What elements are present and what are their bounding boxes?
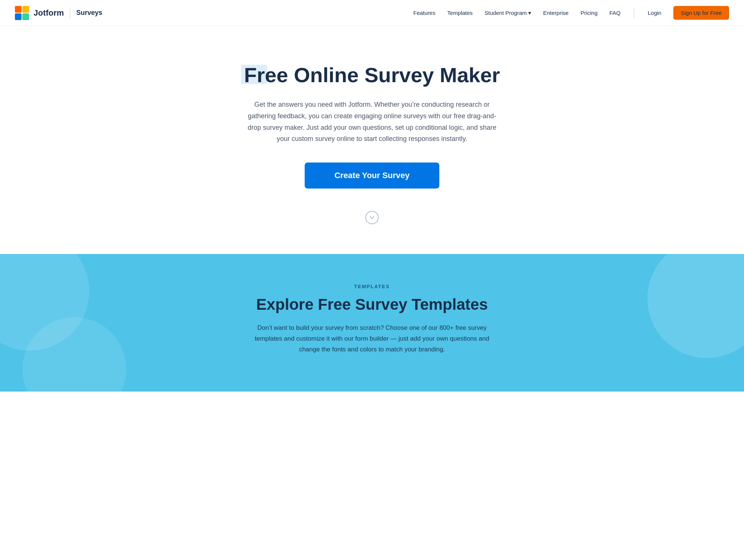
nav-links: Features Templates Student Program ▾ Ent… bbox=[413, 6, 729, 20]
hero-title-rest: Online Survey Maker bbox=[294, 63, 500, 87]
nav-login-link[interactable]: Login bbox=[648, 10, 661, 16]
decorative-circle-right bbox=[647, 254, 744, 358]
templates-description: Don’t want to build your survey from scr… bbox=[246, 323, 498, 355]
nav-item-student-program[interactable]: Student Program ▾ bbox=[485, 10, 531, 16]
nav-signup-button[interactable]: Sign Up for Free bbox=[673, 6, 729, 20]
nav-faq-link[interactable]: FAQ bbox=[609, 10, 620, 16]
templates-content: TEMPLATES Explore Free Survey Templates … bbox=[223, 284, 521, 355]
nav-templates-link[interactable]: Templates bbox=[447, 10, 472, 16]
nav-item-login[interactable]: Login bbox=[648, 10, 661, 16]
templates-section: TEMPLATES Explore Free Survey Templates … bbox=[0, 254, 744, 392]
nav-student-program-dropdown[interactable]: Student Program ▾ bbox=[485, 10, 531, 16]
nav-divider bbox=[632, 8, 636, 18]
logo-divider bbox=[70, 8, 70, 18]
scroll-down-button[interactable] bbox=[365, 211, 379, 224]
hero-title-free-word: Free bbox=[244, 63, 288, 87]
decorative-circle-bottom-left bbox=[22, 317, 126, 392]
nav-item-signup[interactable]: Sign Up for Free bbox=[673, 6, 729, 20]
nav-item-enterprise[interactable]: Enterprise bbox=[543, 10, 568, 16]
chevron-down-icon bbox=[369, 215, 375, 221]
logo-text: Jotform bbox=[33, 8, 64, 18]
nav-features-link[interactable]: Features bbox=[413, 10, 435, 16]
templates-section-label: TEMPLATES bbox=[223, 284, 521, 289]
svg-rect-3 bbox=[22, 13, 29, 20]
nav-item-pricing[interactable]: Pricing bbox=[580, 10, 597, 16]
svg-rect-2 bbox=[15, 13, 22, 20]
svg-rect-0 bbox=[15, 6, 22, 13]
create-survey-button[interactable]: Create Your Survey bbox=[305, 162, 439, 189]
navigation: Jotform Surveys Features Templates Stude… bbox=[0, 0, 744, 26]
chevron-down-icon: ▾ bbox=[528, 10, 531, 16]
nav-item-templates[interactable]: Templates bbox=[447, 10, 472, 16]
hero-subtitle: Get the answers you need with Jotform. W… bbox=[246, 99, 498, 144]
templates-title: Explore Free Survey Templates bbox=[223, 295, 521, 314]
logo-surveys: Surveys bbox=[76, 9, 102, 17]
logo-link[interactable]: Jotform bbox=[15, 6, 64, 20]
svg-rect-1 bbox=[22, 6, 29, 13]
nav-item-faq[interactable]: FAQ bbox=[609, 10, 620, 16]
hero-free-text: Free bbox=[244, 63, 288, 87]
hero-title: Free Online Survey Maker bbox=[244, 63, 500, 87]
nav-enterprise-link[interactable]: Enterprise bbox=[543, 10, 568, 16]
nav-pricing-link[interactable]: Pricing bbox=[580, 10, 597, 16]
hero-section: Free Online Survey Maker Get the answers… bbox=[0, 26, 744, 254]
jotform-logo-icon bbox=[15, 6, 29, 20]
nav-item-features[interactable]: Features bbox=[413, 10, 435, 16]
